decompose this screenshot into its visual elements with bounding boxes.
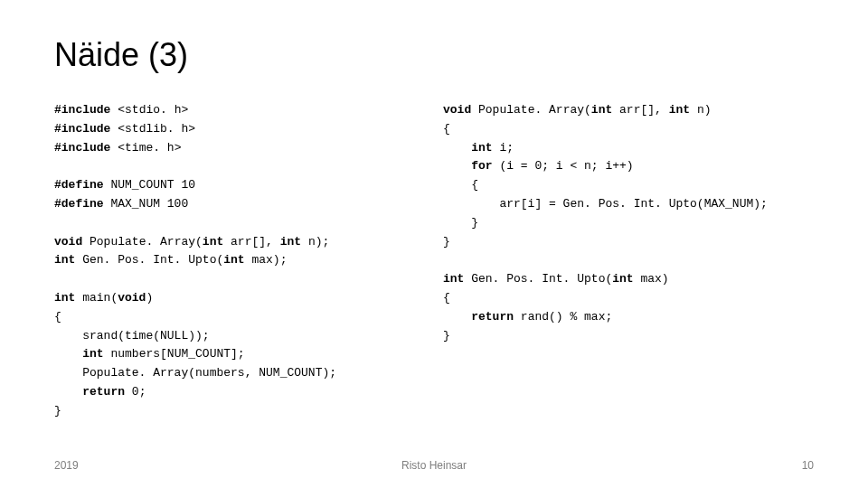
code-token: Gen. Pos. Int. Upto(	[75, 253, 223, 267]
code-token: #include	[54, 122, 110, 136]
code-token: int	[54, 253, 75, 267]
code-token: MAX_NUM 100	[104, 197, 189, 211]
slide: Näide (3) #include <stdio. h> #include <…	[0, 0, 868, 488]
code-token: return	[471, 310, 514, 324]
code-token: srand(time(NULL));	[54, 329, 210, 343]
code-token: }	[54, 404, 61, 418]
code-token: numbers[NUM_COUNT];	[104, 347, 245, 361]
code-token: }	[443, 216, 478, 230]
code-token: #include	[54, 103, 110, 117]
code-token: int	[223, 253, 244, 267]
code-token: void	[443, 103, 471, 117]
code-token: int	[82, 347, 103, 361]
code-token: n);	[301, 235, 329, 249]
code-token: <stdio. h>	[110, 103, 188, 117]
code-token: max)	[634, 272, 669, 286]
code-token	[443, 159, 471, 173]
slide-title: Näide (3)	[54, 36, 814, 74]
code-token: {	[443, 291, 450, 305]
code-token: void	[118, 291, 146, 305]
code-token: arr[],	[612, 103, 668, 117]
code-token: for	[471, 159, 492, 173]
code-token: #define	[54, 178, 104, 192]
code-token: }	[443, 329, 450, 343]
code-token: return	[82, 385, 125, 399]
code-column-right: void Populate. Array(int arr[], int n) {…	[443, 101, 814, 421]
slide-footer: 2019 Risto Heinsar 10	[54, 459, 814, 472]
code-token: <time. h>	[110, 141, 181, 155]
code-token: n)	[690, 103, 711, 117]
code-token: int	[669, 103, 690, 117]
code-token: }	[443, 235, 450, 249]
code-token: {	[443, 122, 450, 136]
footer-author: Risto Heinsar	[401, 459, 467, 472]
code-token: NUM_COUNT 10	[104, 178, 195, 192]
code-token: rand() % max;	[514, 310, 612, 324]
code-token: 0;	[125, 385, 146, 399]
code-token: Gen. Pos. Int. Upto(	[464, 272, 612, 286]
code-token: Populate. Array(	[82, 235, 203, 249]
code-token: Populate. Array(	[471, 103, 591, 117]
code-token: int	[443, 272, 464, 286]
code-token: main(	[75, 291, 118, 305]
code-token: int	[54, 291, 75, 305]
code-token: max);	[245, 253, 288, 267]
code-token: <stdlib. h>	[110, 122, 195, 136]
code-token: {	[54, 310, 61, 324]
code-token: (i = 0; i < n; i++)	[493, 159, 634, 173]
code-token	[443, 310, 471, 324]
code-token: )	[146, 291, 153, 305]
code-block-right: void Populate. Array(int arr[], int n) {…	[443, 101, 814, 345]
footer-page-number: 10	[802, 459, 814, 472]
code-token	[54, 347, 82, 361]
code-token: int	[203, 235, 223, 249]
code-block-left: #include <stdio. h> #include <stdlib. h>…	[54, 101, 425, 421]
code-columns: #include <stdio. h> #include <stdlib. h>…	[54, 101, 814, 421]
code-token: int	[471, 141, 492, 155]
code-token: arr[],	[223, 235, 279, 249]
code-token: void	[54, 235, 82, 249]
footer-year: 2019	[54, 459, 79, 472]
code-token	[443, 141, 471, 155]
code-token: #include	[54, 141, 110, 155]
code-token	[54, 385, 82, 399]
code-token: i;	[493, 141, 514, 155]
code-token: arr[i] = Gen. Pos. Int. Upto(MAX_NUM);	[443, 197, 768, 211]
code-token: Populate. Array(numbers, NUM_COUNT);	[54, 366, 336, 380]
code-token: #define	[54, 197, 104, 211]
code-token: int	[612, 272, 633, 286]
code-token: int	[591, 103, 612, 117]
code-token: {	[443, 178, 478, 192]
code-column-left: #include <stdio. h> #include <stdlib. h>…	[54, 101, 425, 421]
code-token: int	[280, 235, 301, 249]
